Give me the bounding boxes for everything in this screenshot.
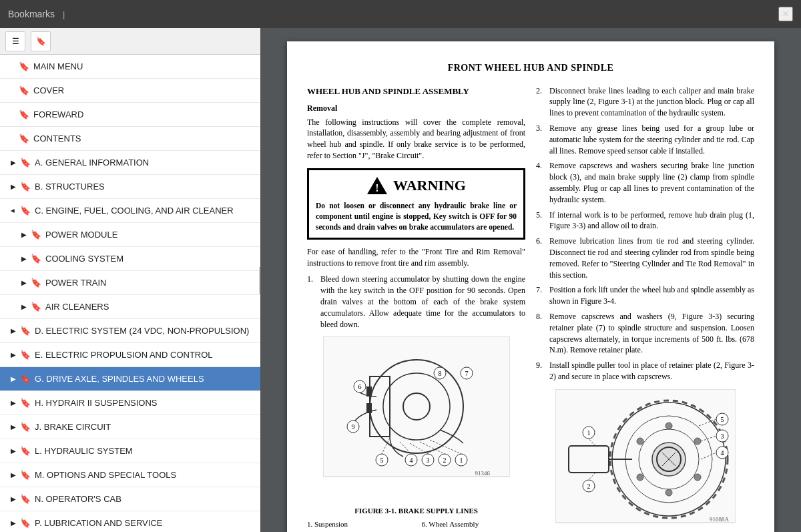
bookmark-icon: 🔖: [20, 446, 31, 457]
page-content: FRONT WHEEL HUB AND SPINDLE WHEEL HUB AN…: [287, 41, 774, 532]
sidebar-item-options[interactable]: ▶ 🔖 M. OPTIONS AND SPECIAL TOOLS: [0, 463, 260, 487]
step-text: Remove any grease lines being used for a…: [549, 123, 754, 156]
svg-text:6: 6: [358, 383, 361, 390]
warning-box: ! WARNING Do not loosen or disconnect an…: [307, 168, 525, 240]
svg-text:1: 1: [587, 429, 590, 437]
sidebar-collapse-button[interactable]: ◀: [259, 267, 260, 294]
sidebar-label: M. OPTIONS AND SPECIAL TOOLS: [35, 470, 176, 480]
bookmark-icon: 🔖: [20, 374, 31, 384]
svg-text:9: 9: [351, 423, 354, 431]
sidebar-item-electric-prop[interactable]: ▶ 🔖 E. ELECTRIC PROPULSION AND CONTROL: [0, 343, 260, 367]
bookmark-view-button[interactable]: 🔖: [31, 31, 51, 51]
subsection-title: Removal: [307, 103, 525, 114]
view-toggle-icon: ☰: [12, 37, 19, 46]
sidebar-label: D. ELECTRIC SYSTEM (24 VDC, NON-PROPULSI…: [35, 326, 249, 336]
sidebar-item-engine-fuel[interactable]: ▼ 🔖 C. ENGINE, FUEL, COOLING, AND AIR CL…: [0, 199, 260, 223]
svg-text:8: 8: [438, 370, 441, 377]
sidebar-toolbar: ☰ 🔖: [0, 28, 260, 55]
expand-icon: ▶: [19, 278, 29, 288]
svg-text:91346: 91346: [475, 470, 490, 477]
right-column: 2. Disconnect brake lines leading to eac…: [536, 85, 754, 532]
sidebar-item-main-menu[interactable]: 🔖 MAIN MENU: [0, 55, 260, 79]
left-column: WHEEL HUB AND SPINDLE ASSEMBLY Removal T…: [307, 85, 525, 532]
sidebar-item-lubrication[interactable]: ▶ 🔖 P. LUBRICATION AND SERVICE: [0, 511, 260, 532]
bookmark-icon: 🔖: [20, 206, 31, 216]
bookmark-icon: 🔖: [20, 326, 31, 336]
list-item: 2. Disconnect brake lines leading to eac…: [536, 85, 754, 119]
sidebar-item-brake[interactable]: ▶ 🔖 J. BRAKE CIRCUIT: [0, 415, 260, 439]
figure-2-container: 5 3 4 1 2 91088A FIGURE 3-2. W: [536, 389, 754, 532]
expand-icon: ▶: [8, 182, 19, 192]
figure-2-svg: 5 3 4 1 2 91088A: [555, 389, 736, 532]
bookmark-icon: 🔖: [31, 230, 41, 240]
svg-text:2: 2: [587, 483, 590, 490]
step-number: 6.: [536, 236, 545, 280]
svg-rect-2: [323, 336, 510, 477]
bookmark-icon: 🔖: [19, 109, 29, 120]
bookmark-icon: 🔖: [19, 134, 29, 144]
sidebar-item-electric-24vdc[interactable]: ▶ 🔖 D. ELECTRIC SYSTEM (24 VDC, NON-PROP…: [0, 319, 260, 343]
sidebar-item-forward[interactable]: 🔖 FOREWARD: [0, 103, 260, 127]
svg-point-41: [694, 474, 701, 481]
sidebar-item-cover[interactable]: 🔖 COVER: [0, 79, 260, 103]
bookmark-icon: 🔖: [31, 254, 41, 264]
svg-point-42: [665, 489, 672, 496]
sidebar-list[interactable]: 🔖 MAIN MENU 🔖 COVER 🔖 FOREWARD 🔖 CONTENT…: [0, 55, 260, 532]
sidebar-item-power-module[interactable]: ▶ 🔖 POWER MODULE: [0, 223, 260, 247]
bookmark-icon: 🔖: [20, 470, 31, 481]
svg-point-39: [665, 423, 672, 429]
step-number: 9.: [536, 360, 545, 382]
svg-point-44: [637, 438, 643, 445]
page-title: FRONT WHEEL HUB AND SPINDLE: [307, 61, 754, 75]
sidebar-item-operators-cab[interactable]: ▶ 🔖 N. OPERATOR'S CAB: [0, 487, 260, 511]
sidebar-item-hydrair[interactable]: ▶ 🔖 H. HYDRAIR II SUSPENSIONS: [0, 391, 260, 415]
step-text: Disconnect brake lines leading to each c…: [549, 85, 754, 119]
sidebar-label: G. DRIVE AXLE, SPINDLES AND WHEELS: [35, 374, 204, 384]
top-bar-title: Bookmarks: [8, 9, 55, 19]
bookmark-icon: 🔖: [36, 37, 46, 46]
expand-icon: ▶: [8, 398, 19, 409]
sidebar: ☰ 🔖 🔖 MAIN MENU 🔖 COVER 🔖: [0, 28, 260, 532]
sidebar-label: E. ELECTRIC PROPULSION AND CONTROL: [35, 350, 213, 360]
list-item: 5. If internal work is to be performed, …: [536, 210, 754, 232]
step-text: Install spindle puller tool in place of …: [549, 360, 754, 382]
step-text: Remove capscrews and washers (9, Figure …: [549, 311, 754, 356]
expand-icon: ▶: [19, 302, 29, 312]
content-area: FRONT WHEEL HUB AND SPINDLE WHEEL HUB AN…: [260, 28, 801, 532]
sidebar-item-contents[interactable]: 🔖 CONTENTS: [0, 127, 260, 151]
bookmark-icon: 🔖: [20, 158, 31, 168]
sidebar-item-gen-info[interactable]: ▶ 🔖 A. GENERAL INFORMATION: [0, 151, 260, 175]
bookmark-icon: 🔖: [20, 422, 31, 433]
expand-icon: ▶: [8, 374, 19, 384]
legend-item: 1. Suspension: [307, 519, 411, 529]
close-button[interactable]: ×: [778, 7, 793, 21]
steps-list-right: 2. Disconnect brake lines leading to eac…: [536, 85, 754, 382]
bookmark-icon: 🔖: [31, 302, 41, 312]
warning-label: WARNING: [393, 176, 466, 196]
sidebar-item-structures[interactable]: ▶ 🔖 B. STRUCTURES: [0, 175, 260, 199]
sidebar-item-power-train[interactable]: ▶ 🔖 POWER TRAIN: [0, 271, 260, 295]
svg-rect-7: [366, 386, 372, 396]
sidebar-label: B. STRUCTURES: [35, 182, 105, 192]
sidebar-item-hydraulic[interactable]: ▶ 🔖 L. HYDRAULIC SYSTEM: [0, 439, 260, 463]
sidebar-label: FOREWARD: [33, 109, 83, 119]
svg-text:7: 7: [465, 370, 468, 377]
sidebar-item-air-cleaners[interactable]: ▶ 🔖 AIR CLEANERS: [0, 295, 260, 319]
warning-title: ! WARNING: [316, 176, 517, 196]
sidebar-item-cooling-system[interactable]: ▶ 🔖 COOLING SYSTEM: [0, 247, 260, 271]
sidebar-label: C. ENGINE, FUEL, COOLING, AND AIR CLEANE…: [35, 206, 234, 216]
bookmark-icon: 🔖: [20, 182, 31, 192]
warning-text: Do not loosen or disconnect any hydrauli…: [316, 200, 517, 232]
svg-text:2: 2: [443, 457, 446, 464]
bookmark-icon: 🔖: [19, 85, 29, 96]
view-toggle-button[interactable]: ☰: [5, 31, 25, 51]
warning-triangle-icon: !: [366, 176, 388, 195]
expand-icon: ▶: [19, 254, 29, 264]
sidebar-label: J. BRAKE CIRCUIT: [35, 422, 111, 432]
figure-1-container: 6 8 7 9 5 4 3 2 1: [307, 336, 525, 532]
step-text: If internal work is to be performed, rem…: [549, 210, 754, 232]
list-item: 3. Remove any grease lines being used fo…: [536, 123, 754, 156]
sidebar-item-drive-axle[interactable]: ▶ 🔖 G. DRIVE AXLE, SPINDLES AND WHEELS: [0, 367, 260, 391]
step-text: Position a fork lift under the wheel hub…: [549, 284, 754, 307]
svg-text:!: !: [375, 182, 378, 194]
